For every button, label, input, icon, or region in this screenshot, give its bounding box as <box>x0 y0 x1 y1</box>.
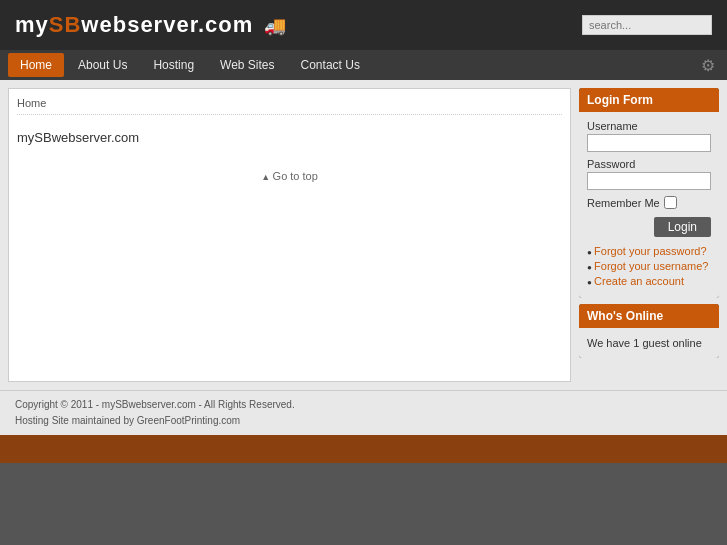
remember-me-checkbox[interactable] <box>664 196 677 209</box>
content-area: Home mySBwebserver.com Go to top <box>8 88 571 382</box>
go-to-top-link[interactable]: Go to top <box>273 170 318 182</box>
password-input[interactable] <box>587 172 711 190</box>
remember-me-label: Remember Me <box>587 197 660 209</box>
gear-icon[interactable]: ⚙ <box>701 56 715 75</box>
footer: Copyright © 2011 - mySBwebserver.com - A… <box>0 390 727 435</box>
nav-item-home[interactable]: Home <box>8 53 64 77</box>
breadcrumb: Home <box>17 97 562 115</box>
forgot-password-link[interactable]: Forgot your password? <box>594 245 707 257</box>
nav-link-websites[interactable]: Web Sites <box>208 53 286 77</box>
login-form-title: Login Form <box>579 88 719 112</box>
nav-item-contact[interactable]: Contact Us <box>289 53 372 77</box>
whos-online-box: Who's Online We have 1 guest online <box>579 304 719 358</box>
nav-link-home[interactable]: Home <box>8 53 64 77</box>
header: mySBwebserver.com 🚚 <box>0 0 727 50</box>
logo-truck-icon: 🚚 <box>264 15 287 37</box>
go-to-top[interactable]: Go to top <box>17 170 562 182</box>
nav-item-about[interactable]: About Us <box>66 53 139 77</box>
whos-online-body: We have 1 guest online <box>579 328 719 358</box>
forgot-username-item: Forgot your username? <box>587 260 711 272</box>
breadcrumb-home-link[interactable]: Home <box>17 97 46 109</box>
create-account-item: Create an account <box>587 275 711 287</box>
main-wrapper: Home mySBwebserver.com Go to top Login F… <box>0 80 727 390</box>
login-button[interactable]: Login <box>654 217 711 237</box>
login-form-box: Login Form Username Password Remember Me… <box>579 88 719 298</box>
nav-bar: Home About Us Hosting Web Sites Contact … <box>0 50 727 80</box>
login-links-list: Forgot your password? Forgot your userna… <box>587 245 711 287</box>
bottom-bar <box>0 435 727 463</box>
username-input[interactable] <box>587 134 711 152</box>
nav-link-about[interactable]: About Us <box>66 53 139 77</box>
login-form-body: Username Password Remember Me Login Forg… <box>579 112 719 298</box>
logo-rest: webserver.com <box>81 12 253 37</box>
whos-online-title: Who's Online <box>579 304 719 328</box>
sidebar: Login Form Username Password Remember Me… <box>579 88 719 382</box>
password-label: Password <box>587 158 711 170</box>
page-heading: mySBwebserver.com <box>17 125 562 150</box>
nav-link-hosting[interactable]: Hosting <box>141 53 206 77</box>
nav-item-hosting[interactable]: Hosting <box>141 53 206 77</box>
username-label: Username <box>587 120 711 132</box>
footer-copyright: Copyright © 2011 - mySBwebserver.com - A… <box>15 397 712 413</box>
search-box[interactable] <box>582 15 712 35</box>
nav-list: Home About Us Hosting Web Sites Contact … <box>8 53 372 77</box>
nav-link-contact[interactable]: Contact Us <box>289 53 372 77</box>
create-account-link[interactable]: Create an account <box>594 275 684 287</box>
logo: mySBwebserver.com 🚚 <box>15 12 287 38</box>
whos-online-text: We have 1 guest online <box>587 337 702 349</box>
nav-item-websites[interactable]: Web Sites <box>208 53 286 77</box>
logo-my: my <box>15 12 49 37</box>
remember-me-row: Remember Me <box>587 196 711 209</box>
logo-sb: SB <box>49 12 82 37</box>
login-button-row: Login <box>587 217 711 237</box>
forgot-password-item: Forgot your password? <box>587 245 711 257</box>
search-input[interactable] <box>582 15 712 35</box>
forgot-username-link[interactable]: Forgot your username? <box>594 260 708 272</box>
footer-hosting: Hosting Site maintained by GreenFootPrin… <box>15 413 712 429</box>
